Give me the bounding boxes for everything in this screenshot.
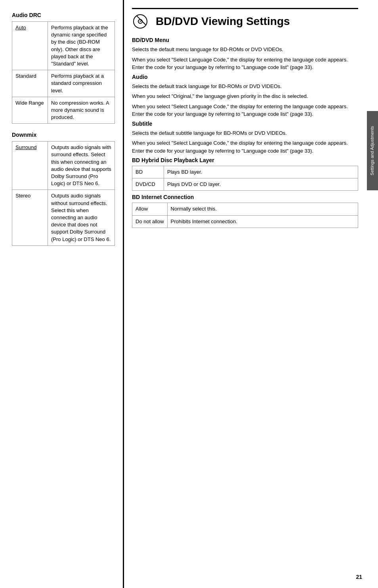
table-description: Performs playback at a standard compress…	[48, 70, 115, 97]
bd_hybrid_disc-table: BDPlays BD layer.DVD/CDPlays DVD or CD l…	[132, 166, 358, 191]
audio-drc-table: AutoPerforms playback at the dynamic ran…	[12, 21, 115, 124]
table-description: Outputs audio signals without surround e…	[48, 190, 115, 245]
downmix-table: SurroundOutputs audio signals with surro…	[12, 141, 115, 245]
table-term: BD	[132, 166, 164, 178]
table-description: No compression works. A more dynamic sou…	[48, 97, 115, 124]
audio-drc-title: Audio DRC	[12, 12, 115, 18]
section-audio: AudioSelects the default track language …	[132, 74, 358, 118]
section-bd_dvd_menu: BD/DVD MenuSelects the default menu lang…	[132, 37, 358, 71]
bd_internet_connection-table: AllowNormally select this.Do not allowPr…	[132, 203, 358, 228]
table-description: Performs playback at the dynamic range s…	[48, 22, 115, 70]
main-title: BD/DVD Viewing Settings	[156, 15, 290, 28]
right-column: BD/DVD Viewing Settings BD/DVD MenuSelec…	[123, 0, 378, 588]
bd-dvd-icon	[132, 13, 152, 30]
table-term: Standard	[12, 70, 48, 97]
main-heading: BD/DVD Viewing Settings	[132, 8, 358, 30]
table-description: Plays DVD or CD layer.	[164, 178, 358, 191]
side-tab-text: Settings and Adjustments	[370, 126, 375, 175]
table-description: Normally select this.	[167, 203, 358, 215]
audio-title: Audio	[132, 74, 358, 80]
body-paragraph: When you select "Original," the language…	[132, 92, 358, 100]
table-term: DVD/CD	[132, 178, 164, 191]
left-column: Audio DRC AutoPerforms playback at the d…	[0, 0, 123, 588]
subtitle-title: Subtitle	[132, 121, 358, 127]
table-term: Allow	[132, 203, 168, 215]
table-description: Plays BD layer.	[164, 166, 358, 178]
table-term: Surround	[12, 142, 48, 190]
table-term: Auto	[12, 22, 48, 70]
page-number: 21	[356, 574, 362, 580]
body-paragraph: Selects the default track language for B…	[132, 82, 358, 90]
downmix-title: Downmix	[12, 132, 115, 138]
table-term: Stereo	[12, 190, 48, 245]
body-paragraph: Selects the default menu language for BD…	[132, 46, 358, 54]
section-subtitle: SubtitleSelects the default subtitle lan…	[132, 121, 358, 155]
section-bd_hybrid_disc: BD Hybrid Disc Playback LayerBDPlays BD …	[132, 157, 358, 191]
right-sections: BD/DVD MenuSelects the default menu lang…	[132, 37, 358, 228]
table-term: Wide Range	[12, 97, 48, 124]
bd_dvd_menu-title: BD/DVD Menu	[132, 37, 358, 43]
side-tab: Settings and Adjustments	[367, 111, 378, 190]
body-paragraph: When you select "Select Language Code," …	[132, 103, 358, 118]
body-paragraph: When you select "Select Language Code," …	[132, 139, 358, 155]
bd_hybrid_disc-title: BD Hybrid Disc Playback Layer	[132, 157, 358, 163]
table-description: Prohibits Internet connection.	[167, 215, 358, 228]
body-paragraph: When you select "Select Language Code," …	[132, 56, 358, 71]
section-bd_internet_connection: BD Internet ConnectionAllowNormally sele…	[132, 194, 358, 228]
body-paragraph: Selects the default subtitle language fo…	[132, 129, 358, 137]
bd_internet_connection-title: BD Internet Connection	[132, 194, 358, 200]
table-description: Outputs audio signals with surround effe…	[48, 142, 115, 190]
table-term: Do not allow	[132, 215, 168, 228]
